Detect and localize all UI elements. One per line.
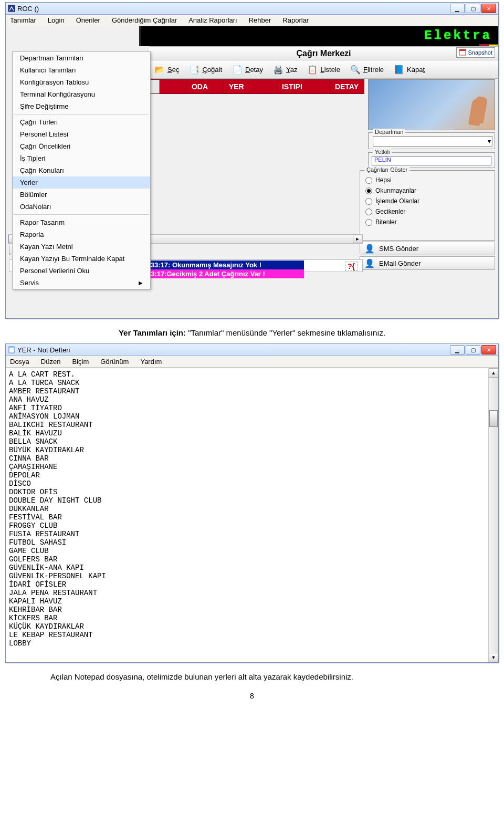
scroll-right-icon[interactable]: ► [353, 235, 362, 243]
maximize-button[interactable]: ▢ [466, 4, 480, 13]
grid-col-yer[interactable]: YER [224, 80, 277, 93]
toolbar-button-filtrele[interactable]: 🔍Filtrele [347, 62, 388, 77]
menu-item-departman-tanımları[interactable]: Departman Tanımları [13, 52, 150, 64]
np-maximize-button[interactable]: ▢ [466, 345, 480, 355]
grid-col-oda[interactable]: ODA [186, 80, 224, 93]
toolbar-icon: 📋 [307, 64, 318, 75]
menu-item-çağrı-türleri[interactable]: Çağrı Türleri [13, 116, 150, 128]
grid-col-spacer [160, 80, 186, 93]
menubar-item-login[interactable]: Login [46, 15, 67, 25]
notepad-window-buttons: ▁ ▢ ✕ [450, 345, 496, 355]
menu-item-label: İş Tipleri [20, 154, 45, 162]
toolbar-label: Detay [245, 66, 263, 74]
menu-item-label: Konfigürasyon Tablosu [20, 78, 89, 86]
departman-legend: Departman [373, 129, 405, 135]
departman-panel: Departman ▾ [368, 132, 495, 149]
filter-option-gecikenler[interactable]: Gecikenler [364, 206, 490, 217]
menubar-item-g-nderdi-im-a-r-lar[interactable]: Gönderdiğim Çağrılar [110, 15, 179, 25]
close-button[interactable]: ✕ [481, 4, 496, 13]
radio-icon [365, 219, 372, 226]
app-icon [8, 5, 15, 12]
menu-item-label: Servis [20, 279, 39, 287]
toolbar-icon: 📘 [393, 64, 405, 75]
toolbar-button-yaz[interactable]: 🖨️Yaz [270, 62, 302, 77]
menu-item-kullanıcı-tanımları[interactable]: Kullanıcı Tanımları [13, 64, 150, 76]
menu-item-label: Çağrı Konuları [20, 166, 64, 174]
toolbar-button-listele[interactable]: 📋Listele [304, 62, 345, 77]
radio-icon [365, 198, 372, 205]
grid-col-istipi[interactable]: ISTIPI [277, 80, 330, 93]
np-menubar-item-biçim[interactable]: Biçim [70, 357, 91, 367]
scroll-up-icon[interactable]: ▲ [489, 368, 498, 378]
menu-item-bölümler[interactable]: Bölümler [13, 189, 150, 201]
np-minimize-button[interactable]: ▁ [450, 345, 465, 355]
menu-item-çağrı-öncelikleri[interactable]: Çağrı Öncelikleri [13, 140, 150, 152]
roc-window: ROC () ▁ ▢ ✕ TanımlarLoginÖnerilerGönder… [5, 2, 499, 319]
toolbar-icon: 📂 [154, 64, 165, 75]
banner-text: Elektra [424, 28, 492, 43]
menubar-item--neriler[interactable]: Öneriler [74, 15, 102, 25]
menu-item-terminal-konfigürasyonu[interactable]: Terminal Konfigürasyonu [13, 88, 150, 100]
menu-item-kayan-yazı-metni[interactable]: Kayan Yazı Metni [13, 241, 150, 253]
tanimlar-dropdown: Departman TanımlarıKullanıcı TanımlarıKo… [12, 51, 151, 289]
toolbar-button-çoğalt[interactable]: 📑Çoğalt [186, 62, 227, 77]
caption-2: Açılan Notepad dosyasına, otelimizde bul… [50, 672, 470, 681]
np-menubar-item-yardım[interactable]: Yardım [138, 357, 164, 367]
toolbar-button-detay[interactable]: 📄Detay [229, 62, 268, 77]
yetkili-field[interactable]: PELİN [372, 156, 491, 165]
menu-item-label: Personel Verilerini Oku [20, 267, 89, 275]
yetkili-panel: Yetkili PELİN [368, 152, 495, 168]
grid-col-detay[interactable]: DETAY [330, 80, 364, 93]
sms-label: SMS Gönder [379, 245, 418, 253]
toolbar-icon: 📑 [188, 64, 200, 75]
menubar-item-raporlar[interactable]: Raporlar [280, 15, 311, 25]
snapshot-badge[interactable]: Snapshot [456, 47, 495, 58]
filter-option-bitenler[interactable]: Bitenler [364, 217, 490, 227]
radio-icon [365, 187, 372, 194]
menu-item-personel-verilerini-oku[interactable]: Personel Verilerini Oku [13, 265, 150, 277]
menu-item-label: Personel Listesi [20, 130, 68, 138]
svg-rect-2 [459, 49, 466, 51]
help-icon[interactable]: ?{ [345, 262, 358, 271]
menubar-item-analiz-raporlar-[interactable]: Analiz Raporları [186, 15, 239, 25]
promo-image [368, 79, 495, 130]
departman-combo[interactable]: ▾ [373, 136, 492, 147]
menubar-item-rehber[interactable]: Rehber [247, 15, 274, 25]
menu-item-yerler[interactable]: Yerler [13, 176, 150, 189]
menu-item-rapor-tasarım[interactable]: Rapor Tasarım [13, 216, 150, 228]
menu-item-personel-listesi[interactable]: Personel Listesi [13, 128, 150, 140]
menu-item-konfigürasyon-tablosu[interactable]: Konfigürasyon Tablosu [13, 76, 150, 88]
menu-item-kayan-yazıyı-bu-terminalde-kapat[interactable]: Kayan Yazıyı Bu Terminalde Kapat [13, 253, 150, 265]
notepad-vertical-scrollbar[interactable]: ▲ ▼ [488, 368, 498, 662]
person-sms-icon: 👤 [364, 244, 375, 254]
filters-legend: Çağrıları Göster [364, 166, 410, 173]
menu-item-label: Çağrı Türleri [20, 118, 58, 126]
menu-item-odanoları[interactable]: OdaNoları [13, 201, 150, 213]
menu-item-çağrı-konuları[interactable]: Çağrı Konuları [13, 164, 150, 176]
page-number: 8 [0, 692, 504, 700]
np-scroll-thumb[interactable] [489, 410, 498, 427]
email-gonder-button[interactable]: 👤 EMail Gönder [360, 256, 495, 270]
sms-gonder-button[interactable]: 👤 SMS Gönder [360, 242, 495, 255]
menubar-item-tan-mlar[interactable]: Tanımlar [8, 15, 38, 25]
np-menubar-item-düzen[interactable]: Düzen [39, 357, 63, 367]
menu-item-i-ş-tipleri[interactable]: İş Tipleri [13, 152, 150, 164]
toolbar-button-kapat[interactable]: 📘Kapat [391, 62, 429, 77]
minimize-button[interactable]: ▁ [450, 4, 465, 13]
filter-option-i-şlemde-olanlar[interactable]: İşlemde Olanlar [364, 196, 490, 206]
filter-option-okunmayanlar[interactable]: Okunmayanlar [364, 185, 490, 196]
np-menubar-item-dosya[interactable]: Dosya [8, 357, 32, 367]
menu-item-servis[interactable]: Servis▶ [13, 277, 150, 289]
banner-strip: Elektra [139, 26, 498, 46]
np-menubar-item-görünüm[interactable]: Görünüm [98, 357, 131, 367]
scroll-down-icon[interactable]: ▼ [489, 653, 498, 662]
toolbar-button-seç[interactable]: 📂Seç [151, 62, 184, 77]
notepad-textarea[interactable]: A LA CART REST. A LA TURCA SNACK AMBER R… [7, 369, 488, 661]
toolbar-label: Kapat [407, 66, 425, 74]
np-close-button[interactable]: ✕ [481, 345, 496, 355]
toolbar-label: Çoğalt [202, 66, 222, 74]
filter-option-hepsi[interactable]: Hepsi [364, 175, 490, 185]
menu-item-label: Yerler [20, 179, 37, 186]
menu-item-raporla[interactable]: Raporla [13, 228, 150, 241]
menu-item-şifre-değiştirme[interactable]: Şifre Değiştirme [13, 100, 150, 112]
